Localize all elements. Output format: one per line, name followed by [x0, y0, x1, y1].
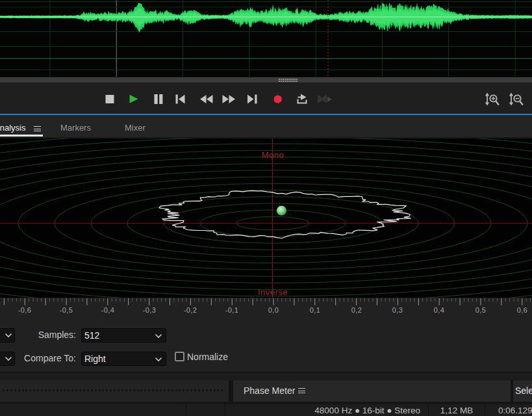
svg-text:Mono: Mono [262, 150, 285, 160]
